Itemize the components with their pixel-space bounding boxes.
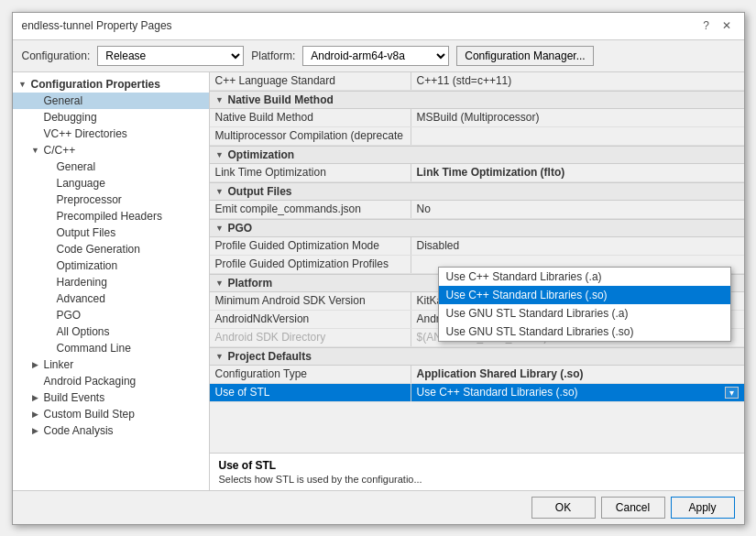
prop-name: Minimum Android SDK Version (210, 292, 411, 310)
config-bar: Configuration: Release Platform: Android… (13, 40, 744, 72)
sidebar-item-cpp-cmdline[interactable]: Command Line (13, 340, 209, 356)
sidebar-item-label: Custom Build Step (44, 408, 135, 421)
sidebar-item-cpp-general[interactable]: General (13, 159, 209, 175)
sidebar-item-label: General (57, 160, 96, 173)
sidebar-item-custom-build[interactable]: ▶ Custom Build Step (13, 406, 209, 422)
use-stl-prop-value: Use C++ Standard Libraries (.so) ▾ (411, 384, 744, 401)
prop-value (411, 127, 744, 145)
sidebar-item-cpp-language[interactable]: Language (13, 175, 209, 191)
main-area: ▼ Configuration Properties General Debug… (13, 72, 744, 490)
spacer-icon (44, 344, 53, 353)
ok-button[interactable]: OK (531, 497, 596, 519)
use-stl-value: Use C++ Standard Libraries (.so) (417, 386, 578, 399)
sidebar-item-cpp[interactable]: ▼ C/C++ (13, 142, 209, 159)
close-button[interactable]: ✕ (718, 17, 735, 34)
expand-icon: ▼ (31, 146, 40, 155)
spacer-icon (44, 179, 53, 188)
help-button[interactable]: ? (698, 17, 715, 34)
sidebar-item-label: Preprocessor (57, 193, 122, 206)
prop-name: C++ Language Standard (210, 72, 411, 90)
sidebar-item-label: Code Analysis (44, 424, 114, 437)
spacer-icon (44, 311, 53, 320)
sidebar-item-cpp-precomp[interactable]: Precompiled Headers (13, 208, 209, 224)
cancel-button[interactable]: Cancel (601, 497, 665, 519)
sidebar-item-debugging[interactable]: Debugging (13, 109, 209, 126)
expand-icon: ▼ (18, 80, 27, 89)
prop-value: Application Shared Library (.so) (411, 366, 744, 383)
prop-name: Multiprocessor Compilation (deprecate (210, 127, 411, 145)
spacer-icon (31, 129, 40, 138)
sidebar-item-build-events[interactable]: ▶ Build Events (13, 389, 209, 406)
prop-value: Disabled (411, 237, 744, 255)
section-collapse-icon: ▼ (215, 150, 225, 159)
section-title: PGO (228, 222, 253, 235)
sidebar-item-code-analysis[interactable]: ▶ Code Analysis (13, 422, 209, 439)
sidebar-item-cpp-optim[interactable]: Optimization (13, 257, 209, 274)
section-title: Output Files (228, 185, 292, 198)
sidebar-item-label: Code Generation (57, 243, 140, 256)
spacer-icon (44, 212, 53, 221)
sidebar-item-label: Android Packaging (44, 375, 137, 388)
info-section: Use of STL Selects how STL is used by th… (210, 453, 744, 490)
prop-name: Configuration Type (210, 366, 411, 383)
collapse-icon: ▶ (31, 426, 40, 435)
stl-dropdown-overlay: Use C++ Standard Libraries (.a) Use C++ … (438, 267, 731, 342)
section-header-project-defaults: ▼ Project Defaults (210, 347, 744, 366)
prop-name: AndroidNdkVersion (210, 311, 411, 328)
section-title: Native Build Method (228, 93, 334, 106)
sidebar-item-cpp-preprocessor[interactable]: Preprocessor (13, 191, 209, 208)
dropdown-option[interactable]: Use GNU STL Standard Libraries (.so) (439, 323, 730, 341)
sidebar-item-cpp-output[interactable]: Output Files (13, 224, 209, 241)
apply-button[interactable]: Apply (671, 497, 735, 519)
prop-name: Link Time Optimization (210, 164, 411, 181)
sidebar-item-cpp-allopts[interactable]: All Options (13, 323, 209, 340)
prop-value: Link Time Optimization (flto) (411, 164, 744, 181)
config-label: Configuration: (22, 49, 91, 62)
dropdown-arrow-icon[interactable]: ▾ (725, 387, 739, 399)
prop-name: Android SDK Directory (210, 329, 411, 346)
spacer-icon (44, 278, 53, 287)
table-row: Configuration Type Application Shared Li… (210, 366, 744, 384)
collapse-icon: ▶ (31, 360, 40, 369)
spacer-icon (31, 96, 40, 105)
platform-select[interactable]: Android-arm64-v8a (302, 46, 449, 66)
use-stl-row[interactable]: Use of STL Use C++ Standard Libraries (.… (210, 384, 744, 402)
table-row: Profile Guided Optimization Mode Disable… (210, 237, 744, 256)
sidebar-item-label: Build Events (44, 391, 105, 404)
sidebar-item-linker[interactable]: ▶ Linker (13, 356, 209, 373)
sidebar-item-config-props[interactable]: ▼ Configuration Properties (13, 76, 209, 93)
prop-value: MSBuild (Multiprocessor) (411, 109, 744, 126)
sidebar-item-label: Configuration Properties (31, 78, 160, 91)
prop-name: Native Build Method (210, 109, 411, 126)
configuration-select[interactable]: Release (97, 46, 244, 66)
sidebar-item-android-pkg[interactable]: Android Packaging (13, 373, 209, 389)
section-collapse-icon: ▼ (215, 352, 225, 361)
prop-name: Profile Guided Optimization Profiles (210, 256, 411, 273)
spacer-icon (44, 228, 53, 237)
dropdown-option-selected[interactable]: Use C++ Standard Libraries (.so) (439, 286, 730, 304)
sidebar: ▼ Configuration Properties General Debug… (13, 72, 210, 490)
info-description: Selects how STL is used by the configura… (219, 474, 735, 485)
dialog-title: endless-tunnel Property Pages (22, 19, 172, 32)
section-header-native-build: ▼ Native Build Method (210, 91, 744, 109)
prop-value: No (411, 201, 744, 218)
section-collapse-icon: ▼ (215, 187, 225, 196)
spacer-icon (44, 261, 53, 270)
spacer-icon (44, 195, 53, 204)
dropdown-option[interactable]: Use GNU STL Standard Libraries (.a) (439, 304, 730, 323)
section-collapse-icon: ▼ (215, 224, 225, 233)
sidebar-item-general[interactable]: General (13, 93, 209, 109)
sidebar-item-vcc-dirs[interactable]: VC++ Directories (13, 126, 209, 142)
collapse-icon: ▶ (31, 410, 40, 419)
sidebar-item-cpp-advanced[interactable]: Advanced (13, 290, 209, 307)
sidebar-item-label: General (44, 94, 83, 107)
sidebar-item-cpp-codegen[interactable]: Code Generation (13, 241, 209, 257)
sidebar-item-label: Language (57, 177, 105, 190)
sidebar-item-cpp-pgo[interactable]: PGO (13, 307, 209, 323)
dropdown-option[interactable]: Use C++ Standard Libraries (.a) (439, 268, 730, 286)
title-bar: endless-tunnel Property Pages ? ✕ (13, 13, 744, 40)
sidebar-item-label: Output Files (57, 226, 116, 239)
configuration-manager-button[interactable]: Configuration Manager... (456, 46, 593, 66)
sidebar-item-cpp-hardening[interactable]: Hardening (13, 274, 209, 290)
properties-table: C++ Language Standard C++11 (std=c++11) … (210, 72, 744, 453)
